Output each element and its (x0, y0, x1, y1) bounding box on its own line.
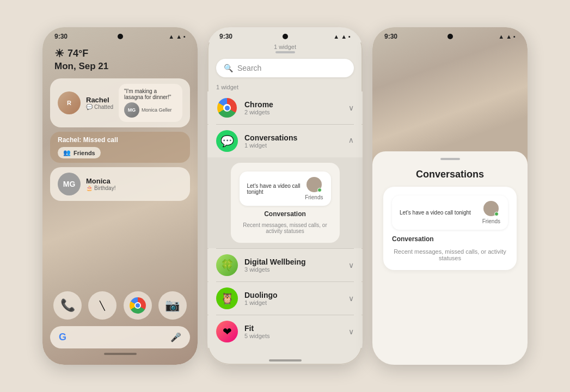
signal-icon: ▲ (176, 33, 182, 40)
monica-avatar-small: MG (124, 102, 139, 118)
sheet-widget-label: Conversation (392, 235, 508, 243)
digital-wellbeing-row[interactable]: 🍀 Digital Wellbeing 3 widgets ∨ (207, 249, 363, 281)
friends-tag-missed: 👥 Friends (58, 147, 101, 158)
fit-chevron: ∨ (348, 327, 354, 336)
widget-label: Conversation (264, 210, 306, 218)
conversations-expanded: Let's have a video call tonight Friends … (207, 157, 363, 248)
chrome-row[interactable]: Chrome 2 widgets ∨ (207, 91, 363, 124)
chrome-widget-count: 2 widgets (244, 109, 348, 115)
status-bar-phone1: 9:30 ▲ ▲ ▪ (42, 27, 198, 42)
status-bar-phone3: 9:30 ▲ ▲ ▪ (372, 27, 528, 42)
phone-dock-icon[interactable]: 📞 (53, 291, 82, 320)
phone1-home-screen: 9:30 ▲ ▲ ▪ ☀ 74°F Mon, Sep 21 R Rachel (42, 27, 198, 365)
bubble-right: Friends (305, 177, 323, 200)
status-time-phone3: 9:30 (384, 33, 397, 40)
monica-card[interactable]: MG Monica 🎂 Birthday! (50, 167, 190, 201)
status-icons-phone2: ▲ ▲ ▪ (333, 33, 351, 40)
sheet-title: Conversations (416, 169, 484, 180)
rachel-name: Rachel (86, 96, 113, 104)
monica-avatar: MG (58, 173, 81, 195)
rachel-bubble: "I'm making a lasagna for dinner!" MG Mo… (119, 84, 182, 122)
missed-call-content: Rachel: Missed call 👥 Friends (58, 136, 118, 158)
camera-dock-icon[interactable]: 📷 (158, 291, 187, 320)
chrome-chevron: ∨ (348, 103, 354, 112)
dock-icons: 📞 ╲ 📷 (50, 285, 190, 326)
search-bar[interactable]: 🔍 Search (216, 59, 354, 77)
duo-widget-count: 1 widget (244, 299, 348, 306)
conversation-cards: R Rachel 💬 Chatted "I'm making a lasagna… (42, 74, 198, 205)
conversations-name: Conversations (244, 133, 348, 142)
dw-info: Digital Wellbeing 3 widgets (244, 258, 348, 273)
duo-info: Duolingo 1 widget (244, 291, 348, 306)
fit-widget-count: 5 widgets (244, 333, 348, 339)
chrome-name: Chrome (244, 100, 348, 109)
fit-row[interactable]: ❤ Fit 5 widgets ∨ (207, 315, 363, 348)
monica-name-small: Monica Geller (142, 107, 172, 113)
conversations-icon: 💬 (216, 130, 238, 152)
bubble-text: Let's have a video call tonight (247, 183, 301, 195)
widget-bubble: Let's have a video call tonight Friends (240, 171, 331, 206)
camera-dot-phone1 (118, 34, 123, 39)
google-logo: G (59, 332, 66, 343)
rachel-card[interactable]: R Rachel 💬 Chatted "I'm making a lasagna… (50, 78, 190, 127)
conversations-chevron-up: ∨ (348, 137, 354, 145)
chrome-info: Chrome 2 widgets (244, 100, 348, 115)
home-indicator-p2 (269, 359, 302, 362)
weather-date: Mon, Sep 21 (54, 61, 186, 72)
sheet-bubble-avatar (483, 201, 499, 216)
dock-area: 📞 ╲ 📷 G 🎤 (42, 285, 198, 365)
signal-icon-p3: ▲ (506, 33, 512, 40)
rachel-time: 💬 Chatted (86, 104, 113, 110)
widget-desc: Recent messages, missed calls, or activi… (240, 222, 331, 234)
missed-call-text: Rachel: Missed call (58, 136, 118, 144)
sheet-online-dot (494, 212, 499, 216)
mic-icon[interactable]: 🎤 (170, 332, 181, 342)
weather-widget: ☀ 74°F Mon, Sep 21 (42, 42, 198, 74)
monica-name: Monica (86, 177, 182, 185)
bubble-content: Let's have a video call tonight (247, 183, 301, 195)
clock-dock-icon[interactable]: ╲ (88, 291, 117, 320)
monica-tag: MG Monica Geller (124, 102, 177, 118)
missed-call-card[interactable]: Rachel: Missed call 👥 Friends (50, 132, 190, 163)
sheet-handle-p3 (440, 158, 460, 160)
conversations-row[interactable]: 💬 Conversations 1 widget ∨ (207, 125, 363, 157)
sheet-bubble-right: Friends (482, 201, 500, 224)
top-partial-widget: 1 widget (207, 42, 363, 51)
friends-label-missed: Friends (73, 150, 95, 156)
home-indicator (104, 353, 137, 355)
monica-info: Monica 🎂 Birthday! (86, 177, 182, 191)
chrome-dock-icon[interactable] (124, 291, 152, 320)
wifi-icon-p3: ▲ (498, 33, 504, 40)
chat-icon: 💬 (86, 104, 93, 110)
duolingo-row[interactable]: 🦉 Duolingo 1 widget ∨ (207, 282, 363, 315)
fit-info: Fit 5 widgets (244, 324, 348, 339)
fit-name: Fit (244, 324, 348, 333)
monica-sub: 🎂 Birthday! (86, 185, 182, 191)
dw-widget-count: 3 widgets (244, 266, 348, 273)
rachel-avatar: R (58, 91, 81, 114)
wifi-icon-p2: ▲ (333, 33, 339, 40)
camera-dot-phone2 (283, 34, 288, 39)
widget-list: Chrome 2 widgets ∨ 💬 Conversations 1 wid… (207, 91, 363, 355)
sheet-widget-desc: Recent messages, missed calls, or activi… (392, 248, 508, 261)
status-bar-phone2: 9:30 ▲ ▲ ▪ (207, 27, 363, 42)
google-search-bar[interactable]: G 🎤 (50, 326, 190, 348)
battery-icon: ▪ (183, 33, 186, 40)
birthday-icon: 🎂 (86, 185, 93, 191)
sheet-bubble-text: Let's have a video call tonight (400, 210, 478, 216)
sheet-bubble-content: Let's have a video call tonight (400, 210, 478, 216)
chrome-icon (216, 97, 238, 119)
sheet-handle-p2 (275, 51, 295, 53)
bubble-avatar (307, 177, 322, 192)
status-time-phone2: 9:30 (219, 33, 232, 40)
widget-preview-card[interactable]: Let's have a video call tonight Friends … (231, 163, 340, 243)
sheet-bubble: Let's have a video call tonight Friends (392, 195, 508, 230)
status-icons-phone3: ▲ ▲ ▪ (498, 33, 516, 40)
phone2-widget-picker: 9:30 ▲ ▲ ▪ 1 widget 🔍 Search 1 widget (207, 27, 363, 365)
battery-icon-p3: ▪ (513, 33, 516, 40)
online-dot (317, 188, 322, 192)
sheet-widget-card[interactable]: Let's have a video call tonight Friends … (383, 187, 517, 270)
rachel-chatted: Chatted (94, 104, 113, 110)
conversations-widget-count: 1 widget (244, 142, 348, 149)
sheet-friends-label: Friends (482, 218, 500, 224)
